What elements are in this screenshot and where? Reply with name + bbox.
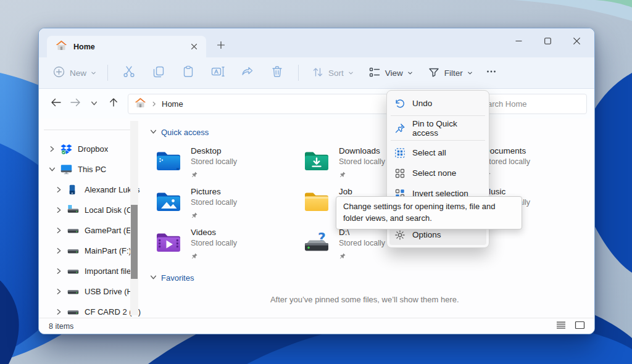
pin-small-icon <box>484 169 530 176</box>
sidebar-item-usb-drive-h[interactable]: USB Drive (H:) <box>39 281 141 302</box>
chevron-down-icon[interactable] <box>49 166 56 173</box>
menu-item-label: Select all <box>412 148 446 157</box>
tab-bar: Home <box>39 28 594 57</box>
sidebar-item-gamepart-e[interactable]: GamePart (E:) <box>39 220 141 241</box>
sidebar-scrollbar-thumb[interactable] <box>131 205 138 279</box>
chevron-right-icon[interactable] <box>56 227 63 234</box>
view-button[interactable]: View <box>362 62 420 83</box>
arrow-left-icon <box>51 97 62 110</box>
tab-home[interactable]: Home <box>47 36 206 57</box>
chevron-down-icon <box>407 68 413 78</box>
menu-item-label: Select none <box>412 168 456 178</box>
menu-item-select-all[interactable]: Select all <box>389 143 486 163</box>
item-info: PicturesStored locally <box>191 186 237 217</box>
forward-button[interactable] <box>65 94 85 114</box>
close-window-icon <box>573 36 581 48</box>
chevron-right-icon[interactable] <box>49 146 56 152</box>
quick-access-item[interactable]: DesktopStored locally <box>154 146 302 186</box>
sidebar-item-label: GamePart (E:) <box>85 226 136 235</box>
sidebar-item-label: Local Disk (C:) <box>85 205 137 215</box>
close-tab-button[interactable] <box>186 39 201 54</box>
back-button[interactable] <box>46 94 65 114</box>
chevron-right-icon[interactable] <box>56 247 63 254</box>
chevron-right-icon[interactable] <box>56 207 63 213</box>
copy-button[interactable] <box>144 62 173 83</box>
recent-locations-button[interactable] <box>85 94 104 114</box>
toolbar-file-actions <box>114 62 292 83</box>
thumbnail-view-icon <box>575 321 585 331</box>
chevron-right-icon[interactable] <box>56 268 63 275</box>
breadcrumb[interactable]: Home <box>162 99 183 109</box>
sidebar-item-alexandr-lukas[interactable]: Alexandr Lukas <box>39 180 141 200</box>
cut-icon <box>122 65 136 81</box>
minimize-button[interactable] <box>509 34 528 50</box>
delete-button[interactable] <box>262 62 292 83</box>
sort-icon <box>312 66 324 80</box>
chevron-right-icon[interactable] <box>56 308 63 315</box>
quick-access-header[interactable]: Quick access <box>150 127 595 137</box>
filter-button[interactable]: Filter <box>421 62 480 83</box>
minimize-icon <box>515 36 523 48</box>
view-toggles <box>550 320 587 333</box>
downloads-folder-icon <box>302 146 331 175</box>
chevron-right-icon[interactable] <box>56 288 63 295</box>
chevron-down-icon <box>467 68 473 78</box>
chevron-right-icon[interactable] <box>56 186 63 193</box>
sidebar-item-this-pc[interactable]: This PC <box>39 159 141 180</box>
new-tab-button[interactable] <box>214 39 228 54</box>
filter-icon <box>428 66 440 80</box>
drive-windows-icon <box>67 205 80 215</box>
close-button[interactable] <box>567 34 586 50</box>
menu-divider <box>391 140 485 141</box>
paste-button[interactable] <box>173 62 203 83</box>
share-icon <box>241 65 254 81</box>
large-icons-view-button[interactable] <box>572 320 587 333</box>
item-subtitle: Stored locally <box>191 239 237 249</box>
pin-small-icon <box>191 210 237 217</box>
arrow-right-icon <box>70 97 81 110</box>
sidebar-item-dropbox[interactable]: Dropbox <box>39 139 141 159</box>
favorites-title: Favorites <box>161 273 194 283</box>
sidebar-item-local-disk-c[interactable]: Local Disk (C:) <box>39 200 141 220</box>
item-info: DownloadsStored locally <box>339 146 385 176</box>
plus-icon <box>217 41 225 52</box>
cut-button[interactable] <box>114 62 144 83</box>
menu-item-select-none[interactable]: Select none <box>389 163 486 183</box>
item-subtitle: Stored locally <box>339 157 385 167</box>
quick-access-item[interactable]: VideosStored locally <box>154 227 302 268</box>
sidebar-item-mainpart-f[interactable]: MainPart (F:) <box>39 241 141 261</box>
quick-access-item[interactable]: PicturesStored locally <box>154 186 302 227</box>
sort-button-label: Sort <box>328 68 344 78</box>
maximize-button[interactable] <box>538 34 557 50</box>
select-none-icon <box>394 168 405 179</box>
quick-access-title: Quick access <box>161 128 209 137</box>
share-button[interactable] <box>233 62 262 83</box>
sidebar-item-important-files[interactable]: Important files <box>39 261 141 281</box>
drive-icon <box>67 225 80 236</box>
item-subtitle: Stored locally <box>339 239 385 249</box>
options-icon <box>394 230 405 241</box>
chevron-down-icon <box>150 273 157 283</box>
menu-item-label: Pin to Quick access <box>412 119 481 138</box>
sidebar-item-label: This PC <box>78 165 106 174</box>
new-icon <box>52 65 65 80</box>
drive-icon <box>67 307 80 317</box>
new-button[interactable]: New <box>48 62 101 83</box>
up-button[interactable] <box>104 94 123 114</box>
chevron-down-icon <box>91 68 96 78</box>
details-view-button[interactable] <box>554 320 568 333</box>
toolbar-separator <box>298 65 299 81</box>
favorites-header[interactable]: Favorites <box>150 273 595 283</box>
menu-item-pin-to-quick-access[interactable]: Pin to Quick access <box>389 118 486 138</box>
sort-button[interactable]: Sort <box>305 62 360 83</box>
sidebar-list: DropboxThis PCAlexandr LukasLocal Disk (… <box>39 139 141 322</box>
rename-button[interactable] <box>203 62 233 83</box>
undo-icon <box>394 98 405 109</box>
toolbar-dropdowns: SortViewFilter <box>305 62 480 83</box>
menu-item-undo[interactable]: Undo <box>389 93 486 114</box>
filter-button-label: Filter <box>444 68 463 78</box>
pin-small-icon <box>339 169 385 176</box>
see-more-button[interactable] <box>480 62 503 83</box>
favorites-empty-text: After you’ve pinned some files, we’ll sh… <box>146 295 583 304</box>
sidebar-item-cf-card-2-j[interactable]: CF CARD 2 (J:) <box>39 302 141 322</box>
